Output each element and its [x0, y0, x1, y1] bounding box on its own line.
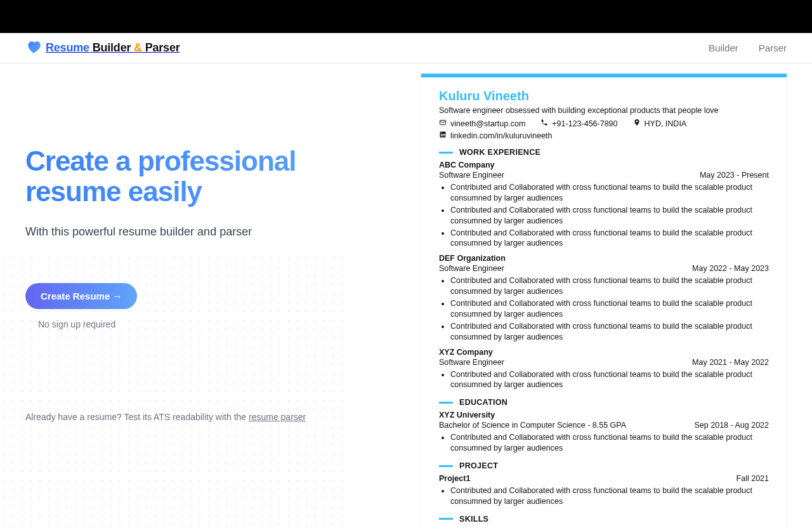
- already-text: Already have a resume? Test its ATS read…: [25, 412, 396, 422]
- work-company: DEF Organization: [439, 254, 506, 263]
- svg-rect-2: [441, 134, 442, 136]
- hero-left: Create a professional resume easily With…: [25, 63, 421, 422]
- work-company: XYZ Company: [439, 348, 493, 357]
- contact-email: vineeth@startup.com: [439, 119, 525, 128]
- resume-preview-pane: Kuluru Vineeth Software engineer obsesse…: [421, 63, 787, 528]
- section-header-project: PROJECT: [439, 461, 769, 470]
- work-dates: May 2023 - Present: [700, 171, 769, 180]
- section-header-skills: SKILLS: [439, 515, 769, 524]
- work-bullet: Contributed and Collaborated with cross …: [450, 205, 769, 227]
- brand-text: Resume Builder & Parser: [46, 41, 180, 55]
- work-bullet: Contributed and Collaborated with cross …: [450, 298, 769, 320]
- resume-parser-link[interactable]: resume parser: [249, 412, 306, 422]
- main-nav: Builder Parser: [709, 43, 787, 53]
- project-dates: Fall 2021: [737, 474, 769, 483]
- create-resume-button[interactable]: Create Resume →: [25, 283, 137, 309]
- bullet: Contributed and Collaborated with cross …: [450, 432, 769, 454]
- edu-dates: Sep 2018 - Aug 2022: [695, 421, 769, 430]
- edu-degree: Bachelor of Science in Computer Science …: [439, 421, 626, 430]
- edu-school: XYZ University: [439, 411, 495, 419]
- work-title: Software Engineer: [439, 264, 504, 273]
- resume-summary: Software engineer obsessed with building…: [439, 106, 769, 115]
- work-dates: May 2022 - May 2023: [692, 264, 769, 273]
- section-header-education: EDUCATION: [439, 398, 769, 407]
- hero-subhead: With this powerful resume builder and pa…: [25, 225, 396, 239]
- contact-location: HYD, INDIA: [633, 119, 687, 128]
- work-bullet: Contributed and Collaborated with cross …: [450, 369, 769, 391]
- envelope-icon: [439, 119, 447, 128]
- resume-name: Kuluru Vineeth: [439, 89, 769, 103]
- work-bullet: Contributed and Collaborated with cross …: [450, 182, 769, 204]
- svg-point-3: [441, 133, 442, 133]
- work-bullet: Contributed and Collaborated with cross …: [450, 321, 769, 343]
- project-name: Project1: [439, 474, 470, 483]
- hero-headline: Create a professional resume easily: [25, 146, 396, 208]
- location-icon: [633, 119, 641, 128]
- section-header-work: WORK EXPERIENCE: [439, 148, 769, 157]
- contact-linkedin: linkedin.com/in/kuluruvineeth: [439, 131, 553, 140]
- topbar: Resume Builder & Parser Builder Parser: [0, 33, 812, 63]
- work-title: Software Engineer: [439, 171, 504, 180]
- resume-sheet: Kuluru Vineeth Software engineer obsesse…: [421, 74, 787, 528]
- nav-builder[interactable]: Builder: [709, 43, 738, 53]
- work-bullet: Contributed and Collaborated with cross …: [450, 275, 769, 297]
- linkedin-icon: [439, 131, 447, 140]
- work-bullet: Contributed and Collaborated with cross …: [450, 228, 769, 249]
- phone-icon: [540, 119, 548, 128]
- letterbox-top: [0, 0, 812, 33]
- work-dates: May 2021 - May 2022: [692, 358, 769, 367]
- nav-parser[interactable]: Parser: [759, 43, 787, 53]
- contact-phone: +91-123-456-7890: [540, 119, 617, 128]
- work-company: ABC Company: [439, 161, 495, 169]
- brand-link[interactable]: Resume Builder & Parser: [25, 39, 180, 58]
- heart-icon: [25, 39, 42, 58]
- no-signup-text: No sign up required: [25, 319, 396, 329]
- work-title: Software Engineer: [439, 358, 504, 367]
- bullet: Contributed and Collaborated with cross …: [450, 485, 769, 507]
